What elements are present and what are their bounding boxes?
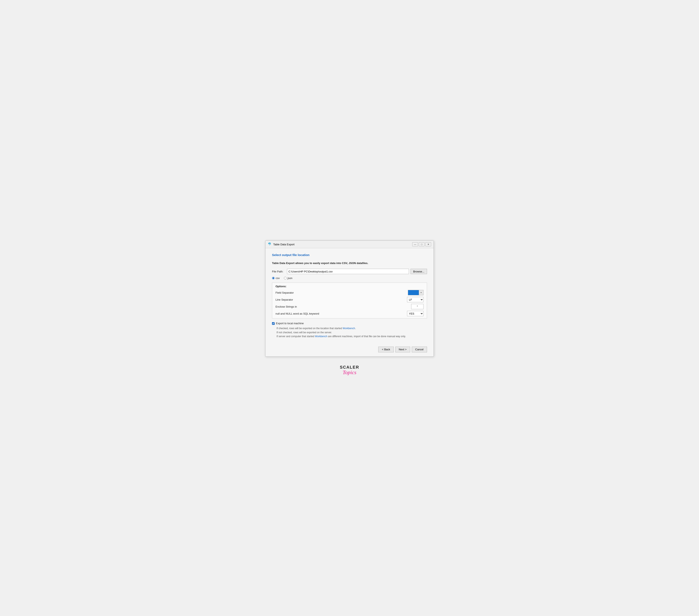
branding: SCALER Topics xyxy=(340,365,359,376)
null-keyword-label: null and NULL word as SQL keyword xyxy=(276,312,319,315)
field-separator-row: Field Separator ▾ xyxy=(276,290,423,295)
next-button[interactable]: Next > xyxy=(395,347,410,352)
file-path-row: File Path: Browse... xyxy=(272,269,427,274)
options-box: Options: Field Separator ▾ Line Separato… xyxy=(272,282,427,319)
export-local-row: Export to local machine xyxy=(272,322,427,325)
info-line-1: If checked, rows will be exported on the… xyxy=(277,326,427,331)
field-separator-dropdown[interactable]: ▾ xyxy=(408,290,423,295)
json-radio-option[interactable]: json xyxy=(284,277,292,280)
branding-scaler: SCALER xyxy=(340,365,359,370)
line-separator-control: LF CRLF CR xyxy=(407,297,423,302)
maximize-button[interactable]: □ xyxy=(419,242,424,246)
minimize-button[interactable]: — xyxy=(412,242,418,246)
back-button[interactable]: < Back xyxy=(378,347,394,352)
branding-topics: Topics xyxy=(343,370,356,376)
field-separator-label: Field Separator xyxy=(276,291,294,294)
enclose-strings-control xyxy=(411,304,423,309)
file-path-label: File Path: xyxy=(272,270,285,273)
enclose-strings-input[interactable] xyxy=(411,304,423,309)
null-keyword-row: null and NULL word as SQL keyword YES NO xyxy=(276,311,423,316)
format-radio-row: csv json xyxy=(272,277,427,280)
dialog-content: Select output file location Table Data E… xyxy=(265,248,434,357)
field-separator-color xyxy=(408,290,419,295)
main-window: 🐬 Table Data Export — □ ✕ Select output … xyxy=(265,240,434,357)
title-bar-controls: — □ ✕ xyxy=(412,242,431,246)
browse-button[interactable]: Browse... xyxy=(411,269,427,274)
file-path-input[interactable] xyxy=(287,269,409,274)
line-separator-select[interactable]: LF CRLF CR xyxy=(407,297,423,302)
close-button[interactable]: ✕ xyxy=(425,242,431,246)
export-info-text: If checked, rows will be exported on the… xyxy=(277,326,427,338)
options-title: Options: xyxy=(276,285,423,288)
app-icon: 🐬 xyxy=(268,242,272,246)
line-separator-row: Line Separator LF CRLF CR xyxy=(276,297,423,302)
description-text: Table Data Export allows you to easily e… xyxy=(272,262,427,265)
null-keyword-control: YES NO xyxy=(407,311,423,316)
field-separator-control: ▾ xyxy=(408,290,423,295)
json-radio-label: json xyxy=(288,277,292,280)
csv-radio[interactable] xyxy=(272,277,275,279)
title-bar: 🐬 Table Data Export — □ ✕ xyxy=(265,241,434,248)
window-title: Table Data Export xyxy=(273,243,411,246)
workbench-link-2: Workbench xyxy=(315,335,327,338)
csv-radio-option[interactable]: csv xyxy=(272,277,280,280)
enclose-strings-label: Enclose Strings in xyxy=(276,305,297,308)
section-title: Select output file location xyxy=(272,253,427,257)
button-row: < Back Next > Cancel xyxy=(272,338,427,352)
json-radio[interactable] xyxy=(284,277,287,279)
enclose-strings-row: Enclose Strings in xyxy=(276,304,423,309)
export-local-checkbox[interactable] xyxy=(272,322,275,325)
info-line-3: If server and computer that started Work… xyxy=(277,335,427,338)
null-keyword-select[interactable]: YES NO xyxy=(407,311,423,316)
field-separator-arrow[interactable]: ▾ xyxy=(419,290,423,295)
info-line-2: If not checked, rows will be exported on… xyxy=(277,331,427,335)
workbench-link-1: Workbench xyxy=(343,327,355,330)
export-local-label: Export to local machine xyxy=(276,322,304,325)
csv-radio-label: csv xyxy=(276,277,280,280)
line-separator-label: Line Separator xyxy=(276,298,293,301)
cancel-button[interactable]: Cancel xyxy=(412,347,427,352)
